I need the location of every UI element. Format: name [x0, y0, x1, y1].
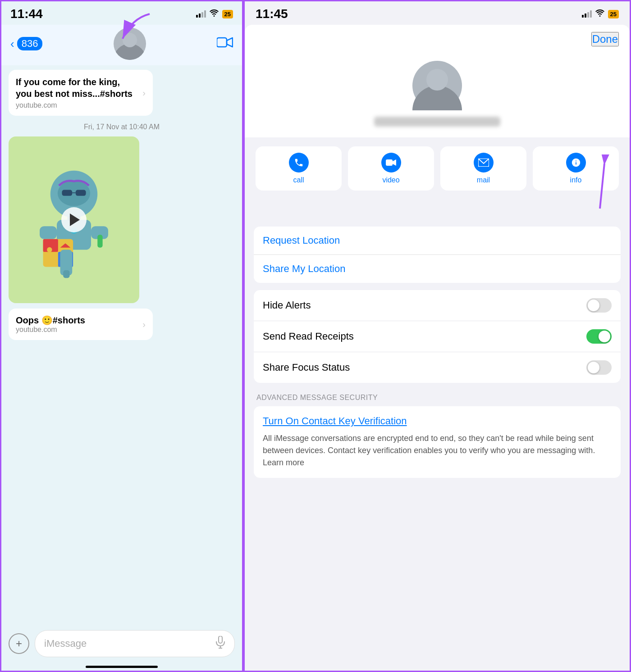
hide-alerts-label: Hide Alerts	[263, 300, 311, 311]
request-location-item[interactable]: Request Location	[254, 227, 621, 255]
done-button[interactable]: Done	[591, 32, 619, 46]
mail-icon	[474, 153, 494, 173]
action-buttons-row: call video mail	[245, 137, 630, 200]
home-indicator-left	[86, 666, 158, 668]
read-receipts-item: Send Read Receipts	[254, 321, 621, 352]
focus-status-knob	[588, 362, 599, 373]
hide-alerts-knob	[588, 300, 599, 311]
battery-right: 25	[608, 10, 619, 18]
date-separator: Fri, 17 Nov at 10:40 AM	[9, 123, 235, 131]
link-preview-card[interactable]: If you come for the king, you best not m…	[9, 70, 153, 116]
read-receipts-toggle[interactable]	[586, 329, 612, 344]
contact-section	[245, 52, 630, 137]
svg-rect-29	[386, 159, 393, 166]
link-preview-content: If you come for the king, you best not m…	[16, 76, 137, 109]
share-location-label: Share My Location	[263, 263, 345, 275]
play-triangle-icon	[70, 213, 80, 226]
info-sheet: Done	[245, 25, 630, 663]
avatar-circle-left	[114, 27, 146, 60]
back-chevron-icon: ‹	[10, 37, 14, 51]
svg-rect-3	[217, 38, 227, 47]
svg-rect-11	[40, 226, 57, 239]
wifi-icon-left	[210, 9, 219, 18]
action-video-card[interactable]: video	[348, 146, 434, 191]
right-phone-content: 11:45 25 Done	[245, 1, 630, 671]
action-info-card[interactable]: info	[533, 146, 619, 191]
back-button[interactable]: ‹ 836	[10, 37, 42, 51]
mail-label: mail	[477, 176, 490, 184]
info-label: info	[570, 176, 582, 184]
read-receipts-knob	[599, 331, 610, 342]
video-call-button[interactable]	[217, 36, 233, 52]
contact-name-blurred	[374, 117, 500, 127]
wifi-icon-right	[595, 9, 604, 18]
call-icon	[289, 153, 309, 173]
messages-area: If you come for the king, you best not m…	[1, 70, 242, 340]
svg-point-1	[123, 33, 137, 47]
link-preview-title: If you come for the king, you best not m…	[16, 76, 137, 100]
svg-rect-7	[62, 190, 72, 196]
share-location-item[interactable]: Share My Location	[254, 255, 621, 283]
video-icon	[381, 153, 401, 173]
settings-card: Hide Alerts Send Read Receipts Share Foc…	[254, 290, 621, 383]
svg-marker-4	[227, 38, 233, 47]
info-icon	[566, 153, 586, 173]
right-time: 11:45	[256, 7, 288, 21]
action-mail-card[interactable]: mail	[440, 146, 526, 191]
back-badge-count: 836	[17, 37, 43, 50]
message-input[interactable]: iMessage	[35, 630, 235, 657]
video-link-source: youtube.com	[16, 326, 85, 334]
left-status-bar: 11:44 25	[1, 1, 242, 25]
video-link-preview[interactable]: Oops 🙂#shorts youtube.com ›	[9, 309, 153, 340]
signal-bars-right	[582, 10, 592, 18]
ckv-link[interactable]: Turn On Contact Key Verification	[263, 415, 612, 427]
video-label: video	[382, 176, 399, 184]
left-status-icons: 25	[196, 9, 233, 18]
video-link-chevron-icon: ›	[142, 319, 146, 330]
advanced-card: Turn On Contact Key Verification All iMe…	[254, 406, 621, 478]
video-thumbnail[interactable]	[9, 136, 139, 303]
signal-bars-left	[196, 10, 206, 18]
contact-avatar-large	[412, 61, 462, 110]
play-button[interactable]	[61, 207, 87, 232]
left-time: 11:44	[10, 7, 43, 21]
left-nav-header: ‹ 836	[1, 25, 242, 65]
input-bar: + iMessage	[1, 630, 242, 657]
read-receipts-label: Send Read Receipts	[263, 331, 354, 342]
request-location-label: Request Location	[263, 235, 340, 246]
message-placeholder: iMessage	[44, 638, 87, 649]
link-chevron-icon: ›	[142, 88, 146, 98]
advanced-section-header: ADVANCED MESSAGE SECURITY	[254, 390, 621, 406]
mic-icon[interactable]	[215, 636, 225, 651]
battery-left: 25	[222, 10, 233, 18]
right-status-icons: 25	[582, 9, 619, 18]
link-preview-source: youtube.com	[16, 101, 137, 109]
svg-marker-30	[393, 159, 396, 166]
focus-status-label: Share Focus Status	[263, 362, 350, 373]
action-call-card[interactable]: call	[256, 146, 342, 191]
svg-rect-8	[76, 190, 86, 196]
video-link-title: Oops 🙂#shorts	[16, 315, 85, 326]
right-status-bar: 11:45 25	[245, 1, 630, 25]
sheet-handle: Done	[245, 25, 630, 52]
call-label: call	[293, 176, 304, 184]
svg-rect-20	[63, 270, 69, 278]
hide-alerts-item: Hide Alerts	[254, 290, 621, 321]
location-section: Request Location Share My Location	[245, 227, 630, 283]
ckv-description: All iMessage conversations are encrypted…	[263, 432, 612, 469]
focus-status-item: Share Focus Status	[254, 352, 621, 383]
add-button[interactable]: +	[9, 633, 29, 654]
left-phone-panel: 11:44 25 ‹ 836	[0, 0, 243, 672]
video-link-content: Oops 🙂#shorts youtube.com	[16, 315, 85, 334]
location-card: Request Location Share My Location	[254, 227, 621, 283]
svg-point-28	[426, 69, 448, 91]
svg-rect-24	[219, 636, 222, 643]
hide-alerts-toggle[interactable]	[586, 298, 612, 313]
focus-status-toggle[interactable]	[586, 360, 612, 375]
svg-point-16	[47, 247, 52, 252]
svg-rect-23	[97, 235, 102, 248]
contact-avatar-header[interactable]	[114, 27, 146, 60]
settings-section: Hide Alerts Send Read Receipts Share Foc…	[245, 290, 630, 383]
action-buttons-container: call video mail	[245, 137, 630, 200]
right-phone-panel: 11:45 25 Done	[243, 0, 631, 672]
